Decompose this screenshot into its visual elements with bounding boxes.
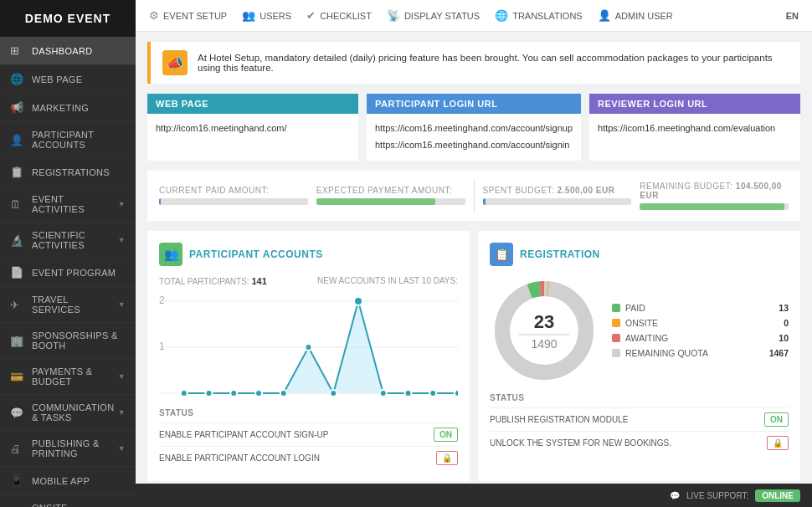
legend-label: REMAINING QUOTA (625, 348, 708, 358)
legend-value: 10 (779, 333, 789, 343)
donut-svg (490, 276, 599, 385)
legend-onsite: ONSITE 0 (612, 315, 789, 330)
url-link-2[interactable]: https://icom16.meetinghand.com/account/s… (375, 137, 573, 154)
legend-paid: PAID 13 (612, 300, 789, 315)
sidebar-label: TRAVEL SERVICES (32, 294, 118, 315)
chevron-icon: ▼ (118, 372, 126, 381)
legend-awaiting: AWAITING 10 (612, 330, 789, 346)
sidebar-label: EVENT ACTIVITIES (32, 194, 118, 214)
svg-text:2: 2 (159, 294, 165, 306)
svg-point-9 (255, 390, 262, 397)
legend-left: AWAITING (612, 333, 668, 343)
communication-icon: 💬 (10, 407, 25, 419)
nav-checklist[interactable]: ✔ CHECKLIST (306, 9, 372, 22)
url-link-1[interactable]: https://icom16.meetinghand.com/account/s… (375, 120, 573, 137)
registration-card-icon: 📋 (490, 243, 513, 266)
legend-remaining: REMAINING QUOTA 1467 (612, 346, 789, 361)
sidebar-item-mobile[interactable]: 📱 MOBILE APP (0, 467, 136, 495)
online-badge: ONLINE (755, 489, 800, 502)
nav-label: ADMIN USER (615, 11, 673, 21)
sidebar-item-publishing[interactable]: 🖨 PUBLISHING & PRINTING ▼ (0, 431, 136, 467)
svg-point-11 (306, 344, 312, 351)
sidebar-item-event-activities[interactable]: 🗓 EVENT ACTIVITIES ▼ (0, 187, 136, 223)
registration-status-section: STATUS PUBLISH REGISTRATION MODULE ON UN… (490, 393, 789, 454)
sidebar-item-sponsorships[interactable]: 🏢 SPONSORSHIPS & BOOTH (0, 323, 136, 359)
card-title-participants: 👥 PARTICIPANT ACCOUNTS (159, 243, 458, 266)
setup-icon: ⚙ (149, 9, 159, 22)
chevron-icon: ▼ (118, 408, 126, 417)
chevron-icon: ▼ (118, 200, 126, 208)
legend-left: ONSITE (612, 318, 658, 328)
status-title: STATUS (159, 408, 458, 417)
alert-icon: 📣 (162, 50, 188, 75)
url-link[interactable]: https://icom16.meetinghand.com/evaluatio… (598, 123, 775, 133)
sidebar-label: REGISTRATIONS (32, 167, 110, 177)
topnav: ⚙ EVENT SETUP 👥 USERS ✔ CHECKLIST 📡 DISP… (136, 0, 812, 32)
translations-icon: 🌐 (495, 9, 508, 22)
svg-point-8 (230, 390, 237, 397)
paid-dot (612, 304, 620, 312)
budget-spent-fill (483, 198, 486, 205)
chart-stats: TOTAL PARTICIPANTS: 141 NEW ACCOUNTS IN … (159, 276, 458, 286)
activities-icon: 🗓 (10, 198, 25, 211)
nav-admin-user[interactable]: 👤 ADMIN USER (598, 9, 673, 22)
budget-paid-fill (159, 198, 161, 205)
sidebar: DEMO EVENT ⊞ DASHBOARD 🌐 WEB PAGE 📢 MARK… (0, 0, 136, 507)
nav-label: CHECKLIST (320, 11, 372, 21)
main-panel: ⚙ EVENT SETUP 👥 USERS ✔ CHECKLIST 📡 DISP… (136, 0, 812, 507)
registrations-icon: 📋 (10, 166, 25, 178)
budget-expected: EXPECTED PAYMENT AMOUNT: (316, 186, 465, 205)
status-label: ENABLE PARTICIPANT ACCOUNT SIGN-UP (159, 430, 328, 439)
budget-paid-bar (159, 198, 308, 205)
nav-event-setup[interactable]: ⚙ EVENT SETUP (149, 9, 227, 22)
lang-selector[interactable]: EN (786, 11, 799, 21)
url-card-participant: PARTICIPANT LOGIN URL https://icom16.mee… (367, 94, 581, 161)
sidebar-item-payments[interactable]: 💳 PAYMENTS & BUDGET ▼ (0, 359, 136, 395)
sidebar-item-onsite[interactable]: ⚙ ONSITE OPERATIONS (0, 495, 136, 507)
registration-card: 📋 REGISTRATION (478, 231, 800, 481)
sidebar-item-communication[interactable]: 💬 COMMUNICATION & TASKS ▼ (0, 395, 136, 431)
onsite-dot (612, 319, 620, 327)
sidebar-item-registrations[interactable]: 📋 REGISTRATIONS (0, 158, 136, 187)
budget-paid-label: CURRENT PAID AMOUNT: (159, 186, 308, 195)
new-accounts: NEW ACCOUNTS IN LAST 10 DAYS: (317, 276, 458, 286)
live-support-label: LIVE SUPPORT: (686, 491, 748, 500)
budget-spent-label: SPENT BUDGET: 2.500,00 EUR (483, 186, 632, 195)
budget-expected-fill (316, 198, 435, 205)
sidebar-item-travel[interactable]: ✈ TRAVEL SERVICES ▼ (0, 287, 136, 323)
participant-accounts-card: 👥 PARTICIPANT ACCOUNTS TOTAL PARTICIPANT… (147, 231, 470, 481)
legend-left: REMAINING QUOTA (612, 348, 708, 358)
participants-title: PARTICIPANT ACCOUNTS (189, 248, 323, 260)
budget-remaining-fill (640, 203, 784, 210)
budget-spent: SPENT BUDGET: 2.500,00 EUR (483, 186, 632, 205)
svg-point-15 (405, 390, 412, 397)
svg-point-10 (280, 390, 287, 397)
status-row-publish: PUBLISH REGISTRATION MODULE ON (490, 407, 789, 431)
nav-display-status[interactable]: 📡 DISPLAY STATUS (387, 9, 480, 22)
urls-row: WEB PAGE http://icom16.meetinghand.com/ … (147, 94, 800, 161)
url-link[interactable]: http://icom16.meetinghand.com/ (156, 123, 287, 133)
webpage-icon: 🌐 (10, 73, 25, 85)
marketing-icon: 📢 (10, 101, 25, 114)
payments-icon: 💳 (10, 371, 25, 383)
status-badge-unlock: 🔒 (767, 436, 789, 450)
sidebar-label: SCIENTIFIC ACTIVITIES (32, 230, 118, 250)
chevron-icon: ▼ (118, 236, 126, 244)
nav-users[interactable]: 👥 USERS (242, 9, 291, 22)
sidebar-item-marketing[interactable]: 📢 MARKETING (0, 94, 136, 122)
sidebar-item-event-program[interactable]: 📄 EVENT PROGRAM (0, 259, 136, 287)
url-header-webpage: WEB PAGE (147, 94, 358, 114)
legend-label: PAID (625, 303, 645, 313)
sidebar-item-webpage[interactable]: 🌐 WEB PAGE (0, 65, 136, 94)
url-card-reviewer: REVIEWER LOGIN URL https://icom16.meetin… (589, 94, 800, 161)
url-header-reviewer: REVIEWER LOGIN URL (589, 94, 800, 114)
svg-point-12 (330, 390, 337, 397)
sidebar-item-dashboard[interactable]: ⊞ DASHBOARD (0, 37, 136, 65)
sidebar-item-participant-accounts[interactable]: 👤 PARTICIPANT ACCOUNTS (0, 122, 136, 158)
url-header-participant: PARTICIPANT LOGIN URL (367, 94, 581, 114)
sidebar-item-scientific[interactable]: 🔬 SCIENTIFIC ACTIVITIES ▼ (0, 223, 136, 259)
nav-translations[interactable]: 🌐 TRANSLATIONS (495, 9, 583, 22)
url-card-webpage: WEB PAGE http://icom16.meetinghand.com/ (147, 94, 358, 161)
budget-expected-bar (316, 198, 465, 205)
donut-legend: PAID 13 ONSITE 0 (612, 300, 789, 361)
